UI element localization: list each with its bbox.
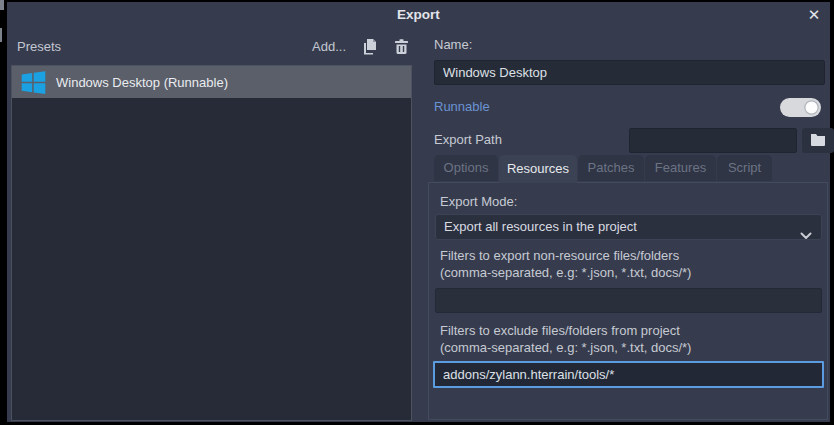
- exclude-filter-label: Filters to exclude files/folders from pr…: [440, 322, 691, 356]
- export-mode-label: Export Mode:: [440, 193, 517, 210]
- trash-icon: [393, 38, 410, 55]
- toggle-knob: [804, 100, 819, 115]
- browse-path-button[interactable]: [802, 128, 834, 153]
- export-dialog: Export ✕ Presets Add...: [7, 2, 830, 422]
- background-app-artifact: [0, 0, 4, 10]
- export-path-label: Export Path: [434, 132, 502, 147]
- chevron-down-icon: [800, 224, 812, 248]
- windows-logo-icon: [20, 69, 47, 96]
- preset-item-label: Windows Desktop (Runnable): [56, 75, 228, 90]
- tab-options[interactable]: Options: [434, 155, 498, 181]
- presets-label: Presets: [17, 39, 297, 54]
- preset-item-windows-desktop[interactable]: Windows Desktop (Runnable): [12, 66, 411, 98]
- export-mode-select[interactable]: Export all resources in the project: [435, 214, 822, 240]
- exclude-filter-label-text: Filters to exclude files/folders from pr…: [440, 322, 691, 339]
- presets-header: Presets Add...: [17, 35, 410, 57]
- runnable-label: Runnable: [434, 99, 490, 114]
- tab-features[interactable]: Features: [645, 155, 716, 181]
- duplicate-preset-button[interactable]: [361, 38, 378, 55]
- runnable-toggle[interactable]: [780, 98, 821, 117]
- export-mode-value: Export all resources in the project: [444, 219, 637, 234]
- folder-icon: [810, 132, 826, 149]
- background-app-artifact: [0, 28, 2, 42]
- tab-strip: Options Resources Patches Features Scrip…: [434, 155, 772, 183]
- tab-resources[interactable]: Resources: [499, 155, 577, 183]
- add-preset-button[interactable]: Add...: [312, 39, 346, 54]
- resources-tab-panel: Export Mode: Export all resources in the…: [428, 182, 828, 420]
- preset-list[interactable]: Windows Desktop (Runnable): [11, 65, 412, 421]
- tab-script[interactable]: Script: [717, 155, 772, 181]
- preset-details: Name: Runnable Export Path Options Resou…: [427, 2, 828, 422]
- export-filter-hint: (comma-separated, e.g: *.json, *.txt, do…: [440, 264, 691, 281]
- export-filter-label-text: Filters to export non-resource files/fol…: [440, 247, 691, 264]
- name-input[interactable]: [434, 60, 825, 85]
- name-label: Name:: [434, 37, 472, 52]
- export-path-input[interactable]: [629, 128, 797, 153]
- exclude-filter-input[interactable]: [433, 361, 824, 388]
- tab-patches[interactable]: Patches: [578, 155, 644, 181]
- export-filter-label: Filters to export non-resource files/fol…: [440, 247, 691, 281]
- delete-preset-button[interactable]: [393, 38, 410, 55]
- exclude-filter-hint: (comma-separated, e.g: *.json, *.txt, do…: [440, 339, 691, 356]
- export-filter-input[interactable]: [435, 288, 822, 313]
- copy-icon: [361, 38, 378, 55]
